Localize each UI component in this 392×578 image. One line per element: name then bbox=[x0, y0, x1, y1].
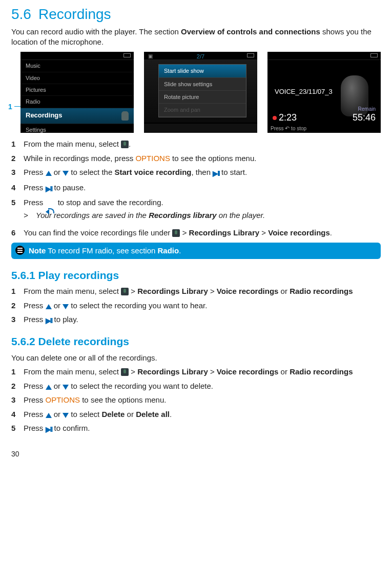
down-arrow-icon bbox=[63, 385, 69, 390]
page-number: 30 bbox=[11, 449, 381, 459]
popup-item: Rotate picture bbox=[159, 91, 246, 104]
camera-icon: ▣ bbox=[148, 53, 153, 59]
options-key: OPTIONS bbox=[46, 395, 80, 404]
popup-item-disabled: Zoom and pan bbox=[159, 104, 246, 116]
recordings-icon bbox=[121, 288, 129, 295]
down-arrow-icon bbox=[63, 304, 69, 309]
subsection-heading: 5.6.1 Play recordings bbox=[11, 268, 381, 282]
battery-icon bbox=[247, 53, 254, 57]
section-heading: 5.6Recordings bbox=[11, 5, 381, 24]
menu-item: Pictures bbox=[20, 84, 134, 96]
device-status-bar bbox=[267, 52, 381, 60]
screenshot-recording: VOICE_23/11/07_3 Remain 2:23 55:46 Press… bbox=[267, 52, 381, 133]
recording-time-bar: 2:23 55:46 bbox=[267, 112, 381, 124]
record-dot-icon bbox=[273, 116, 277, 120]
microphone-icon bbox=[121, 111, 129, 121]
substep: > Your recordings are saved in the Recor… bbox=[24, 210, 381, 221]
device-status-bar bbox=[20, 52, 134, 60]
recordings-icon bbox=[121, 368, 129, 376]
recording-filename: VOICE_23/11/07_3 bbox=[275, 88, 333, 96]
play-pause-icon: ▶II bbox=[213, 169, 219, 178]
popup-item-selected: Start slide show bbox=[159, 65, 246, 77]
up-arrow-icon bbox=[46, 171, 52, 176]
options-key: OPTIONS bbox=[135, 154, 170, 163]
remain-time: 55:46 bbox=[353, 112, 376, 124]
steps-play-recordings: 1 From the main menu, select > Recording… bbox=[11, 286, 381, 325]
steps-recordings: 1 From the main menu, select . 2 While i… bbox=[11, 139, 381, 237]
subsection-heading: 5.6.2 Delete recordings bbox=[11, 334, 381, 348]
section-title: Recordings bbox=[38, 6, 111, 22]
menu-item: Video bbox=[20, 72, 134, 84]
section-number: 5.6 bbox=[11, 6, 31, 22]
down-arrow-icon bbox=[63, 171, 69, 176]
menu-item: Music bbox=[20, 60, 134, 72]
intro-paragraph: You can record audio with the player. Th… bbox=[11, 27, 381, 47]
screenshot-options-menu: ▣ 2/7 Start slide show Slide show settin… bbox=[144, 52, 257, 133]
figure-row: 1 Music Video Pictures Radio Recordings … bbox=[11, 52, 381, 133]
up-arrow-icon bbox=[46, 385, 52, 390]
figure-callout-number: 1 bbox=[8, 102, 12, 111]
menu-item: Settings bbox=[20, 124, 134, 133]
battery-icon bbox=[123, 53, 131, 57]
note-icon bbox=[15, 246, 25, 255]
device-status-bar: ▣ 2/7 bbox=[144, 52, 257, 60]
note-callout: Note To record FM radio, see section Rad… bbox=[11, 243, 381, 259]
recordings-icon bbox=[172, 229, 180, 237]
play-pause-icon: ▶II bbox=[46, 316, 52, 325]
popup-item: Slide show settings bbox=[159, 78, 246, 91]
recording-hint: Press ↶ to stop bbox=[267, 124, 381, 133]
steps-delete-recordings: 1 From the main menu, select > Recording… bbox=[11, 367, 381, 434]
battery-icon bbox=[370, 53, 378, 57]
up-arrow-icon bbox=[46, 304, 52, 309]
menu-item-selected: Recordings bbox=[20, 108, 134, 124]
play-pause-icon: ▶II bbox=[46, 184, 52, 193]
up-arrow-icon bbox=[46, 413, 52, 418]
delete-intro: You can delete one or all of the recordi… bbox=[11, 353, 381, 363]
down-arrow-icon bbox=[63, 413, 69, 418]
screenshot-main-menu: Music Video Pictures Radio Recordings Se… bbox=[20, 52, 134, 133]
back-icon: ↶ bbox=[285, 125, 290, 131]
recordings-icon bbox=[121, 141, 129, 148]
menu-item: Radio bbox=[20, 96, 134, 108]
elapsed-time: 2:23 bbox=[279, 112, 297, 123]
play-pause-icon: ▶II bbox=[46, 425, 52, 434]
options-popup: Start slide show Slide show settings Rot… bbox=[158, 64, 246, 117]
photo-counter: 2/7 bbox=[197, 53, 204, 60]
